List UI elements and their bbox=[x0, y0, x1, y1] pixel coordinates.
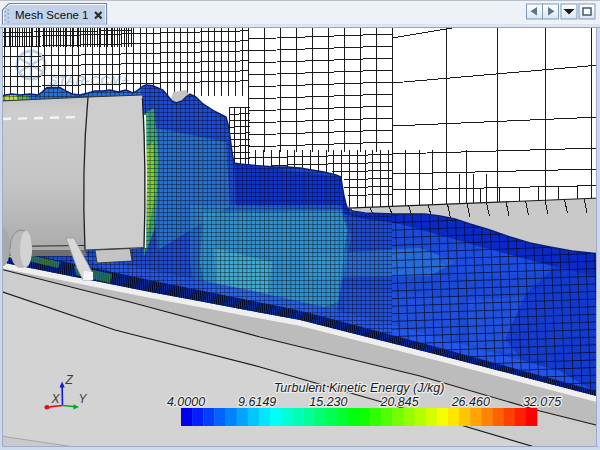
svg-text:15.230: 15.230 bbox=[309, 395, 347, 409]
svg-text:4.0000: 4.0000 bbox=[167, 395, 205, 409]
svg-text:20.845: 20.845 bbox=[379, 395, 418, 409]
svg-text:Z: Z bbox=[65, 373, 74, 387]
svg-text:9.6149: 9.6149 bbox=[238, 395, 276, 409]
svg-text:26.460: 26.460 bbox=[451, 395, 490, 409]
svg-text:Mesh Scene 1: Mesh Scene 1 bbox=[15, 9, 89, 21]
svg-text:Turbulent Kinetic Energy (J/kg: Turbulent Kinetic Energy (J/kg) bbox=[274, 381, 445, 395]
svg-text:Y: Y bbox=[79, 392, 88, 406]
svg-text:32.075: 32.075 bbox=[523, 395, 561, 409]
svg-text:X: X bbox=[51, 392, 61, 406]
